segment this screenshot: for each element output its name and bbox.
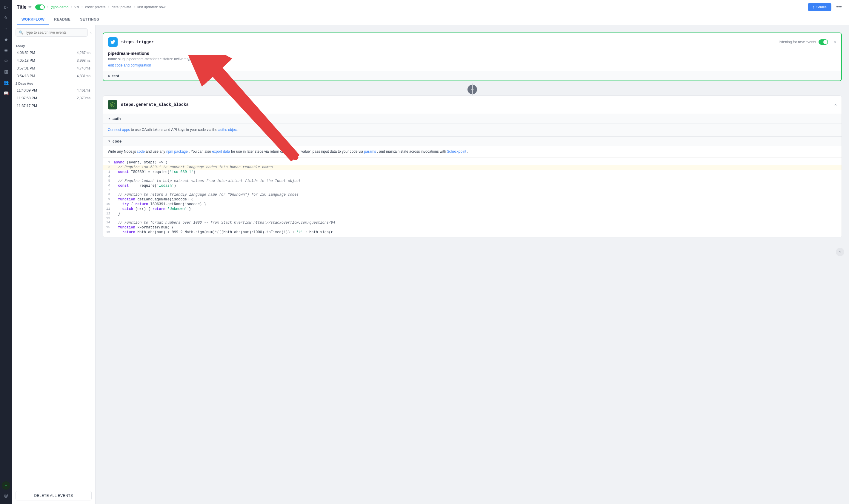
trigger-step-header: steps.trigger Listening for new events × [103,33,841,51]
settings-nav-icon[interactable]: ⚙ [1,56,11,66]
code-editor[interactable]: 1 async (event, steps) => { 2 // Require… [103,158,842,237]
code-link[interactable]: code [137,149,145,154]
version-label: v.9 [75,5,79,9]
code-line-4: 4 [103,175,842,179]
left-panel: 🔍 ‹ Today 4:06:52 PM 4,267ms 4:05:18 PM … [12,25,96,504]
code-line-7: 7 [103,188,842,192]
last-updated: last updated: now [137,5,166,9]
trigger-test-header[interactable]: ▶ test [103,71,841,80]
tab-readme[interactable]: README [49,14,75,25]
listening-text: Listening for new events [777,40,816,44]
connect-apps-link[interactable]: Connect apps [108,128,130,132]
code-section: ▼ code Write any Node.js code and use an… [103,136,842,237]
header-actions: ↑ Share ••• [808,3,844,11]
page-title: Title ✏ [17,4,32,10]
code-line-11: 11 catch (err) { return 'Unknown' } [103,207,842,212]
database-icon[interactable]: ◉ [1,45,11,55]
expand-icon[interactable]: ▷ [1,2,11,12]
svg-text:N: N [111,104,113,106]
code-line-16: 16 return Math.abs(num) > 999 ? Math.sig… [103,230,842,235]
step-connector: + [103,84,842,95]
trigger-test-section: ▶ test [103,71,841,80]
auth-label: auth [112,116,121,121]
list-item[interactable]: 4:06:52 PM 4,267ms [13,49,94,57]
left-panel-header: 🔍 ‹ [12,25,95,40]
left-panel-footer: DELETE ALL EVENTS [12,487,95,504]
trigger-step-name: steps.trigger [121,40,774,44]
generate-step-header: N steps.generate_slack_blocks × [103,96,842,114]
add-circle-icon[interactable]: + [2,481,10,490]
list-item[interactable]: 11:37:58 PM 2,370ms [13,94,94,102]
code-line-1: 1 async (event, steps) => { [103,160,842,165]
generate-step-name: steps.generate_slack_blocks [121,102,828,107]
node-icon: N [108,100,117,109]
checkpoint-link[interactable]: $checkpoint [447,149,466,154]
auths-object-link[interactable]: auths object [218,128,238,132]
twitter-icon [108,37,118,47]
arrow-right-nav-icon[interactable]: → [1,24,11,33]
edit-nav-icon[interactable]: ✎ [1,13,11,23]
list-item[interactable]: 11:37:17 PM [13,102,94,110]
users-icon[interactable]: 👥 [1,77,11,87]
chevron-right-icon: ▶ [108,74,110,77]
params-link[interactable]: params [364,149,376,154]
auth-header[interactable]: ▼ auth [103,114,842,123]
search-box[interactable]: 🔍 [16,28,88,37]
tab-settings[interactable]: SETTINGS [75,14,104,25]
code-line-5: 5 // Require lodash to help extract valu… [103,179,842,183]
share-button[interactable]: ↑ Share [808,3,831,11]
auth-section: ▼ auth Connect apps to use OAuth tokens … [103,114,842,136]
auth-text: Connect apps to use OAuth tokens and API… [108,128,238,132]
trigger-close-button[interactable]: × [834,40,836,44]
add-step-button[interactable]: + [467,85,477,94]
tab-workflow[interactable]: WORKFLOW [17,14,49,25]
list-item[interactable]: 3:57:31 PM 4,743ms [13,65,94,72]
workflow-area: steps.trigger Listening for new events ×… [96,25,849,504]
npm-package-link[interactable]: npm package [166,149,188,154]
more-options-button[interactable]: ••• [834,3,844,11]
today-section-label: Today [12,42,95,49]
list-item[interactable]: 11:40:09 PM 4,461ms [13,87,94,94]
code-line-2: 2 // Require iso-639-1 to convert langua… [103,165,842,170]
search-icon: 🔍 [19,31,23,35]
code-line-6: 6 const _ = require('lodash') [103,183,842,188]
code-line-13: 13 [103,216,842,220]
grid-icon[interactable]: ▦ [1,67,11,76]
code-line-9: 9 function getLanguageName(isocode) { [103,197,842,202]
title-edit-icon[interactable]: ✏ [28,5,32,9]
generate-title-area: steps.generate_slack_blocks [121,102,828,107]
trigger-edit-link-container: edit code and configuration [108,63,836,67]
code-description: Write any Node.js code and use any npm p… [103,146,842,158]
list-item[interactable]: 3:54:18 PM 4,831ms [13,72,94,80]
key-icon[interactable]: ◆ [1,35,11,44]
help-button[interactable]: ? [836,248,844,256]
workflow-toggle[interactable] [35,4,45,10]
code-line-8: 8 // Function to return a friendly langu… [103,192,842,197]
listening-toggle[interactable] [818,39,828,45]
trigger-slug-line: name slug: pipedream-mentions • status: … [108,57,836,61]
auth-body: Connect apps to use OAuth tokens and API… [103,123,842,136]
generate-slack-step-card: N steps.generate_slack_blocks × ▼ auth [103,95,842,237]
delete-all-events-button[interactable]: DELETE ALL EVENTS [16,491,92,500]
trigger-source-name: pipedream-mentions [108,51,836,56]
test-label: test [112,74,119,78]
at-icon[interactable]: @ [1,491,11,500]
listening-badge: Listening for new events [777,39,828,45]
chevron-down-auth-icon: ▼ [108,117,111,120]
generate-close-button[interactable]: × [834,102,837,107]
collapse-panel-button[interactable]: ‹ [90,30,92,35]
trigger-step-card: steps.trigger Listening for new events ×… [103,33,842,81]
code-line-14: 14 // Function to format numbers over 10… [103,220,842,225]
trigger-edit-link[interactable]: edit code and configuration [108,63,151,67]
list-item[interactable]: 4:05:18 PM 3,998ms [13,57,94,65]
top-header: Title ✏ • @pd-demo • v.9 • code: private… [12,0,849,14]
export-data-link[interactable]: export data [212,149,230,154]
search-input[interactable] [25,31,85,35]
code-header[interactable]: ▼ code [103,136,842,146]
code-line-3: 3 const ISO6391 = require('iso-639-1') [103,170,842,175]
tabs-row: WORKFLOW README SETTINGS [12,14,849,25]
code-line-12: 12 } [103,212,842,216]
data-visibility: data: private [111,5,131,9]
main-container: Title ✏ • @pd-demo • v.9 • code: private… [12,0,849,504]
book-icon[interactable]: 📖 [1,88,11,98]
